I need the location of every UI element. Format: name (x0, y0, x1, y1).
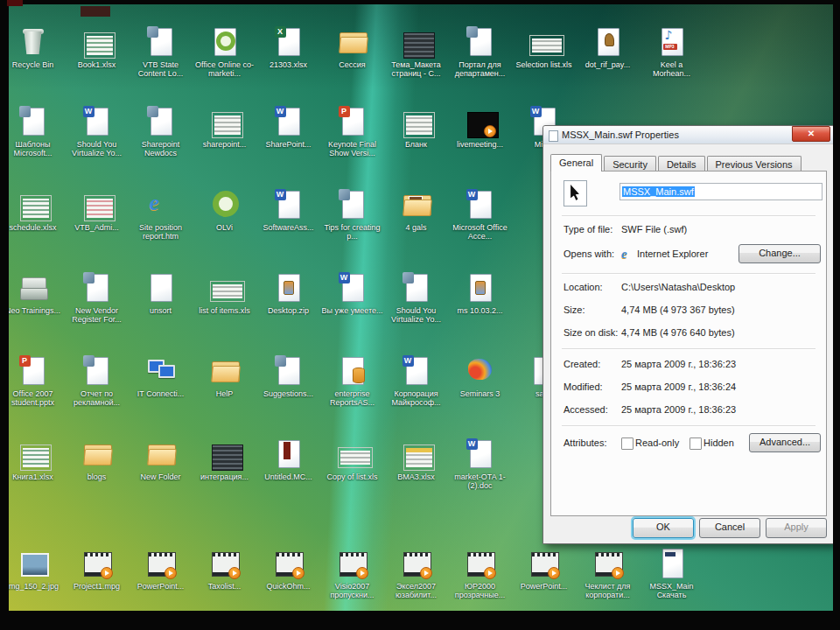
desktop-icon[interactable]: Wmarket-OTA 1-(2).doc (448, 437, 512, 490)
modified-label: Modified: (564, 382, 603, 392)
hidden-checkbox[interactable] (690, 438, 702, 450)
thumbx-icon (16, 187, 51, 222)
desktop-icon[interactable]: VTB_Admi... (65, 187, 129, 241)
desktop-icon[interactable]: Desktop.zip (256, 270, 320, 324)
desktop-icon[interactable]: unsort (129, 270, 192, 324)
tab-previous-versions[interactable]: Previous Versions (707, 156, 802, 172)
desktop-icon[interactable]: WSharePoint... (256, 104, 320, 158)
read-only-checkbox[interactable] (621, 438, 634, 450)
desktop-icon[interactable]: Эксел2007 юзабилит... (384, 546, 448, 599)
advanced-button[interactable]: Advanced... (749, 433, 821, 452)
desktop-icon-label: blogs (65, 472, 129, 481)
desktop-icon[interactable]: Taxolist... (192, 546, 256, 599)
accessed-label: Accessed: (564, 404, 608, 415)
desktop-icon[interactable]: Copy of list.xls (320, 437, 384, 490)
desktop-icon-label: Office 2007 student.pptx (1, 389, 65, 407)
docimg-icon (144, 104, 178, 139)
desktop-icon-label: Untitled.MC... (256, 472, 320, 481)
desktop-icon[interactable]: Selection list.xls (512, 24, 576, 78)
desktop-icon[interactable]: интеграция... (192, 437, 256, 490)
desktop-icon[interactable]: Office Online co-marketi... (192, 24, 256, 78)
desktop-icon[interactable]: Suggestions... (256, 354, 320, 407)
desktop-icon[interactable]: Recycle Bin (1, 24, 65, 78)
film-icon (591, 546, 626, 581)
desktop-icon[interactable]: Should You Virtualize Yo... (384, 270, 448, 324)
desktop-icon[interactable]: PowerPoint... (129, 546, 192, 599)
desktop-icon[interactable]: WКорпорация Майкрософ... (384, 354, 448, 407)
desktop-icon[interactable]: Neo Trainings... (1, 270, 65, 324)
thumbx-icon (16, 437, 51, 472)
change-button[interactable]: Change... (738, 244, 821, 263)
ie-icon: e (144, 187, 178, 222)
desktop-icon[interactable]: BMA3.xlsx (384, 437, 448, 490)
desktop-icon-label: Tips for creating p... (320, 223, 384, 241)
desktop-icon[interactable]: WShould You Virtualize Yo... (65, 104, 129, 158)
tab-general[interactable]: General (550, 154, 602, 172)
desktop-icon[interactable]: WMicrosoft Office Acce... (448, 187, 512, 241)
desktop-icon[interactable]: POffice 2007 student.pptx (1, 354, 65, 407)
desktop-icon[interactable]: X21303.xlsx (256, 24, 320, 78)
close-button[interactable]: ✕ (792, 126, 830, 142)
cancel-button[interactable]: Cancel (699, 518, 760, 538)
desktop-icon[interactable]: Tips for creating p... (320, 187, 384, 241)
desktop-icon[interactable]: ms 10.03.2... (448, 270, 512, 324)
desktop-icon[interactable]: enterprise ReportsAS... (320, 354, 384, 407)
desktop-icon[interactable]: Visio2007 пропускни... (320, 546, 384, 599)
desktop-icon[interactable]: New Vendor Register For... (65, 270, 129, 324)
desktop-icon[interactable]: Бланк (384, 104, 448, 158)
desktop-icon[interactable]: MP3♪Keel a Morhean... (640, 24, 704, 78)
desktop-icon[interactable]: Untitled.MC... (256, 437, 320, 490)
desktop-icon[interactable]: Book1.xlsx (65, 24, 129, 78)
film-icon (463, 546, 498, 581)
docimg-icon (80, 270, 115, 305)
location-label: Location: (564, 282, 603, 292)
type-of-file-label: Type of file: (564, 224, 612, 234)
desktop-icon[interactable]: eSite position report.htm (129, 187, 192, 241)
desktop-icon[interactable]: Sharepoint Newdocs (129, 104, 192, 158)
desktop-icon[interactable]: sharepoint... (192, 104, 256, 158)
desktop-icon[interactable]: WВы уже умеете... (320, 270, 384, 324)
desktop-icon[interactable]: Project1.mpg (65, 546, 129, 599)
desktop-icon[interactable]: IT Connecti... (129, 354, 192, 407)
hidden-label: Hidden (704, 438, 734, 448)
location-value: C:\Users\Natasha\Desktop (621, 282, 735, 292)
internet-explorer-icon: e (621, 247, 627, 261)
desktop-icon[interactable]: dot_rif_pay... (576, 24, 640, 78)
desktop-icon[interactable]: blogs (65, 437, 129, 490)
desktop-icon[interactable]: Шаблоны Microsoft... (1, 104, 65, 158)
desktop-icon[interactable]: schedule.xlsx (1, 187, 65, 241)
desktop-icon[interactable]: QuickOhm... (256, 546, 320, 599)
thumb-icon (207, 104, 242, 139)
tab-security[interactable]: Security (604, 156, 656, 172)
greendoc-icon (207, 24, 242, 60)
desktop-icon[interactable]: Сессия (320, 24, 384, 78)
ok-button[interactable]: OK (633, 518, 694, 538)
desktop-icon[interactable]: ЮР2000 прозрачные... (448, 546, 512, 599)
tab-details[interactable]: Details (658, 156, 705, 172)
desktop-icon-label: Microsoft Office Acce... (448, 223, 512, 241)
desktop-icon[interactable]: Чеклист для корпорати... (576, 546, 640, 599)
desktop-icon[interactable]: PowerPoint... (512, 546, 576, 599)
desktop-icon[interactable]: list of items.xls (192, 270, 256, 324)
desktop-icon[interactable]: Книга1.xlsx (1, 437, 65, 490)
apply-button[interactable]: Apply (766, 518, 827, 538)
desktop-icon[interactable]: HelP (192, 354, 256, 407)
file-name-input[interactable]: MSSX_Main.swf (620, 183, 822, 200)
desktop-icon[interactable]: PKeynote Final Show Versi... (320, 104, 384, 158)
desktop-icon[interactable]: WSoftwareAss... (256, 187, 320, 241)
desktop-icon[interactable]: OLVi (192, 187, 256, 241)
desktop-icon[interactable]: Seminars 3 (448, 354, 512, 407)
desktop-icon[interactable]: New Folder (129, 437, 192, 490)
video-artifact (80, 6, 110, 17)
desktop-icon[interactable]: img_150_2.jpg (1, 546, 65, 599)
desktop-icon-label: SoftwareAss... (256, 223, 320, 232)
desktop-icon[interactable]: livemeeting... (448, 104, 512, 158)
desktop-icon[interactable]: Портал для департамен... (448, 24, 512, 78)
desktop-icon[interactable]: VTB State Content Lo... (129, 24, 192, 78)
desktop-icon-label: VTB_Admi... (65, 223, 129, 232)
dialog-titlebar[interactable]: MSSX_Main.swf Properties ✕ (543, 126, 834, 144)
desktop-icon[interactable]: 4 gals (384, 187, 448, 241)
desktop-icon[interactable]: Тема_Макета страниц - С... (384, 24, 448, 78)
desktop-icon[interactable]: MSSX_Main Скачать (640, 546, 704, 599)
desktop-icon[interactable]: Отчет по рекламной... (65, 354, 129, 407)
